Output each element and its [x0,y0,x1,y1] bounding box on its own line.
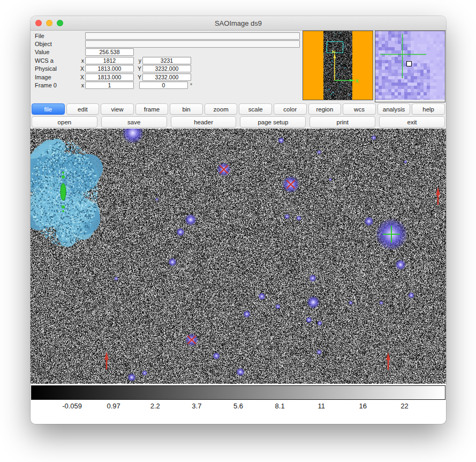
colorbar-tick: 8.1 [275,402,285,410]
menu-analysis-button[interactable]: analysis [377,103,411,115]
value-row: Value [35,48,303,56]
zoom-window-button[interactable] [57,20,63,26]
colorbar-tick: -0.059 [62,402,82,410]
file-submenu-bar: open save header page setup print exit [32,116,445,128]
frame-label: Frame 0 [35,82,77,88]
menu-scale-button[interactable]: scale [239,103,272,115]
frame-zoom-label: x [77,82,85,88]
value-field[interactable] [85,48,134,56]
colorbar-tick: 3.7 [192,402,201,410]
menu-file-button[interactable]: file [32,103,65,115]
object-field[interactable] [85,40,300,48]
exit-button[interactable]: exit [379,116,445,128]
image-y-field[interactable] [142,73,191,81]
menu-region-button[interactable]: region [308,103,342,115]
menu-frame-button[interactable]: frame [135,103,169,115]
colorbar-ticks: -0.059 0.97 2.2 3.7 5.6 8.1 11 16 22 [31,402,446,414]
menu-zoom-button[interactable]: zoom [205,103,238,115]
wcs-y-label: y [134,57,142,64]
image-y-label: Y [134,74,142,80]
wcs-x-label: x [77,57,85,64]
colorbar-tick: 11 [318,402,325,410]
image-x-label: X [77,74,85,80]
physical-y-field[interactable] [142,65,191,72]
physical-y-label: Y [134,65,142,72]
wcs-label: WCS a [35,57,77,64]
frame-row: Frame 0 x ° [35,81,303,89]
colorbar-tick: 22 [401,402,408,410]
main-image-canvas[interactable] [31,129,446,384]
file-field[interactable] [85,32,300,40]
minimize-button[interactable] [46,20,52,26]
wcs-x-field[interactable] [85,57,134,64]
physical-row: Physical X Y [35,65,303,73]
degree-symbol: ° [190,83,192,88]
colorbar-tick: 5.6 [233,402,243,410]
close-button[interactable] [35,20,42,26]
open-button[interactable]: open [32,116,97,128]
info-panel: File Object Value WCS a x y Physical X Y [35,32,303,90]
physical-label: Physical [35,65,77,72]
wcs-row: WCS a x y [35,56,303,64]
menu-edit-button[interactable]: edit [66,103,100,115]
save-button[interactable]: save [101,116,167,128]
wcs-y-field[interactable] [142,57,191,64]
colorbar-tick: 16 [359,402,367,410]
menu-bin-button[interactable]: bin [170,103,203,115]
print-button[interactable]: print [309,116,375,128]
traffic-lights [35,20,67,26]
magnifier [375,31,445,102]
menu-view-button[interactable]: view [101,103,134,115]
image-label: Image [35,74,77,80]
ds9-window: SAOImage ds9 File Object Value WCS a x y… [31,16,446,424]
object-label: Object [35,41,77,47]
file-row: File [35,32,303,40]
colorbar-tick: 0.97 [107,402,120,410]
physical-x-label: X [77,65,85,72]
file-label: File [35,33,77,39]
titlebar[interactable]: SAOImage ds9 [31,16,446,31]
value-label: Value [35,49,77,55]
page-setup-button[interactable]: page setup [240,116,306,128]
menu-color-button[interactable]: color [274,103,307,115]
physical-x-field[interactable] [85,65,134,72]
colorbar[interactable] [31,385,445,400]
colorbar-tick: 2.2 [150,402,160,410]
object-row: Object [35,40,303,48]
frame-rotation-field[interactable] [139,81,188,89]
frame-zoom-field[interactable] [85,81,134,89]
header-button[interactable]: header [171,116,237,128]
image-x-field[interactable] [85,73,134,81]
window-title: SAOImage ds9 [31,19,446,27]
image-row: Image X Y [35,73,303,81]
menubar: file edit view frame bin zoom scale colo… [32,103,445,115]
magnifier-canvas [375,31,445,100]
menu-help-button[interactable]: help [412,103,445,115]
panner-canvas[interactable] [303,31,373,100]
panner[interactable] [303,31,373,100]
menu-wcs-button[interactable]: wcs [343,103,376,115]
